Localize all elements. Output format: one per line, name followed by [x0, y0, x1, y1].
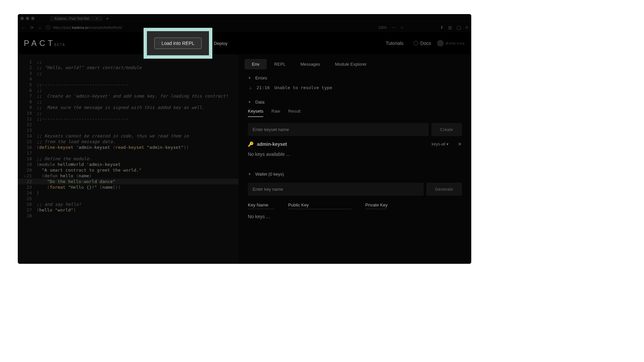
code-content [37, 122, 238, 127]
download-icon[interactable]: ⬇ [440, 25, 443, 30]
code-line[interactable]: 2;; "Hello, world!" smart contract/modul… [18, 65, 238, 70]
line-number: 26 [18, 201, 37, 207]
back-icon[interactable]: ← [21, 25, 25, 30]
code-line[interactable]: 19(module helloWorld 'admin-keyset [18, 162, 238, 167]
browser-tab[interactable]: Kadena - Pact Test Net × [50, 16, 103, 21]
create-keyset-button[interactable]: Create [431, 123, 462, 136]
code-line[interactable]: 17 [18, 150, 238, 156]
code-line[interactable]: 1;; [18, 59, 238, 65]
generate-key-button[interactable]: Generate [426, 183, 462, 196]
tutorials-link[interactable]: Tutorials [386, 41, 404, 46]
url-field[interactable]: ⓘ https://pact.kadena.io/example/HelloWo… [46, 24, 374, 31]
code-content: ;; [37, 99, 238, 105]
code-line[interactable]: 15;; from the load message data. [18, 139, 238, 144]
close-icon[interactable]: × [96, 16, 98, 20]
code-line[interactable]: 4 [18, 76, 238, 82]
code-line[interactable]: 14;; Keysets cannot be created in code, … [18, 133, 238, 139]
code-content: ;; [37, 70, 238, 76]
code-line[interactable]: 21 (defun hello (name) [18, 173, 238, 179]
wallet-section-header[interactable]: ▼ Wallet (0 keys) [248, 172, 462, 177]
line-number: 6 [18, 87, 37, 93]
code-line[interactable]: 7;; Create an 'admin-keyset' and add som… [18, 93, 238, 99]
code-line[interactable]: 24) [18, 190, 238, 196]
zoom-level[interactable]: 100% [378, 26, 387, 29]
line-number: 14 [18, 133, 37, 139]
docs-link[interactable]: Docs [414, 41, 431, 46]
code-line[interactable]: 6;; [18, 87, 238, 93]
no-keys-message: No keys available ... [248, 149, 462, 164]
code-content: ;; [37, 110, 238, 116]
code-line[interactable]: 27(hello "world") [18, 207, 238, 213]
code-content: ;; [37, 87, 238, 93]
errors-section-header[interactable]: ▼ Errors [248, 75, 462, 80]
line-number: 13 [18, 127, 37, 133]
traffic-min[interactable] [26, 17, 29, 20]
keyset-predicate-select[interactable]: keys-all ▾ [432, 142, 448, 146]
code-content [37, 213, 238, 219]
code-line[interactable]: 20 "A smart contract to greet the world.… [18, 167, 238, 173]
line-number: 2 [18, 65, 37, 70]
info-icon[interactable]: ⓘ [46, 24, 50, 31]
code-line[interactable]: 10;; [18, 110, 238, 116]
data-subtab-keysets[interactable]: Keysets [248, 109, 263, 117]
home-icon[interactable]: ⌂ [39, 25, 41, 30]
line-number: 22 [18, 179, 37, 184]
menu-icon[interactable]: ≡ [466, 25, 468, 30]
line-number: 24 [18, 190, 37, 196]
panel-tab-messages[interactable]: Messages [293, 59, 327, 69]
data-section-header[interactable]: ▼ Data [248, 100, 462, 105]
code-line[interactable]: 22 "Do the hello-world dance" [18, 179, 238, 184]
error-row[interactable]: ⚠ 21:16 Unable to resolve type [248, 80, 462, 92]
code-content [37, 127, 238, 133]
more-icon[interactable]: ⋯ [391, 25, 395, 30]
code-line[interactable]: 28 [18, 213, 238, 219]
code-line[interactable]: 3;; [18, 70, 238, 76]
code-line[interactable]: 16(define-keyset 'admin-keyset (read-key… [18, 144, 238, 150]
code-content [37, 196, 238, 201]
bookmark-icon[interactable]: ☆ [400, 25, 404, 30]
traffic-close[interactable] [20, 17, 24, 20]
line-number: 7 [18, 93, 37, 99]
key-name-input[interactable] [248, 183, 424, 196]
load-repl-button[interactable]: Load into REPL [159, 38, 204, 49]
code-line[interactable]: 26;; and say hello! [18, 201, 238, 207]
traffic-max[interactable] [31, 17, 35, 20]
line-number: 11 [18, 116, 37, 122]
data-subtab-result[interactable]: Result [288, 109, 301, 117]
panel-tab-module-explorer[interactable]: Module Explorer [328, 59, 374, 69]
line-number: 5 [18, 82, 37, 87]
code-line[interactable]: 13 [18, 127, 238, 133]
docs-icon [414, 41, 418, 46]
code-content: ;; Keysets cannot be created in code, th… [37, 133, 238, 139]
data-subtab-raw[interactable]: Raw [271, 109, 280, 117]
code-line[interactable]: 9;; Make sure the message is signed with… [18, 105, 238, 110]
shield-icon[interactable]: ◯ [457, 25, 461, 30]
library-icon[interactable]: ▥ [448, 25, 452, 30]
line-number: 4 [18, 76, 37, 82]
code-line[interactable]: 8;; [18, 99, 238, 105]
keyset-name-input[interactable] [248, 123, 429, 136]
remove-keyset-icon[interactable]: ✕ [458, 141, 462, 147]
line-number: 17 [18, 150, 37, 156]
code-line[interactable]: 11;;--------------------------------- [18, 116, 238, 122]
errors-label: Errors [255, 75, 267, 80]
deploy-button[interactable]: Deploy [207, 38, 234, 49]
code-line[interactable]: 23 (format "Hello {}!" [name])) [18, 184, 238, 190]
code-content: ;; [37, 59, 238, 65]
code-line[interactable]: 12 [18, 122, 238, 127]
code-line[interactable]: 25 [18, 196, 238, 201]
code-editor[interactable]: 1;;2;; "Hello, world!" smart contract/mo… [18, 54, 238, 264]
line-number: 21 [18, 173, 37, 179]
line-number: 27 [18, 207, 37, 213]
new-tab-button[interactable]: + [106, 16, 109, 21]
panel-tab-env[interactable]: Env [245, 59, 267, 69]
line-number: 18 [18, 156, 37, 162]
reload-icon[interactable]: ⟳ [30, 25, 34, 30]
code-line[interactable]: 5;;--------------------------------- [18, 82, 238, 87]
code-content: "A smart contract to greet the world." [37, 167, 238, 173]
code-line[interactable]: 18;; Define the module. [18, 156, 238, 162]
wallet-label: Wallet (0 keys) [255, 172, 284, 177]
panel-tab-repl[interactable]: REPL [267, 59, 293, 69]
avatar[interactable] [437, 40, 444, 47]
side-panel: EnvREPLMessagesModule Explorer ▼ Errors … [238, 54, 471, 264]
